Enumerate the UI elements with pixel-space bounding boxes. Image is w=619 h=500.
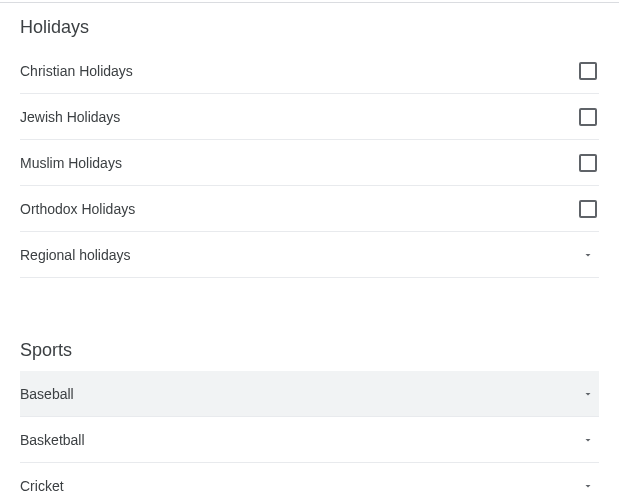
checkbox[interactable] [579, 108, 597, 126]
holiday-row-christian[interactable]: Christian Holidays [20, 48, 599, 94]
holidays-section: Holidays Christian Holidays Jewish Holid… [0, 3, 619, 278]
section-gap [0, 278, 619, 326]
holiday-label: Jewish Holidays [20, 109, 120, 125]
sport-row-cricket[interactable]: Cricket [20, 463, 599, 500]
sport-label: Cricket [20, 478, 64, 494]
sport-label: Basketball [20, 432, 85, 448]
sport-label: Baseball [20, 386, 74, 402]
holiday-label: Muslim Holidays [20, 155, 122, 171]
holiday-label: Regional holidays [20, 247, 131, 263]
holiday-row-muslim[interactable]: Muslim Holidays [20, 140, 599, 186]
holiday-label: Orthodox Holidays [20, 201, 135, 217]
sport-row-baseball[interactable]: Baseball [20, 371, 599, 417]
checkbox[interactable] [579, 200, 597, 218]
chevron-down-icon [579, 246, 597, 264]
holiday-label: Christian Holidays [20, 63, 133, 79]
chevron-down-icon [579, 431, 597, 449]
checkbox[interactable] [579, 154, 597, 172]
sport-row-basketball[interactable]: Basketball [20, 417, 599, 463]
holiday-row-jewish[interactable]: Jewish Holidays [20, 94, 599, 140]
chevron-down-icon [579, 477, 597, 495]
section-title-sports: Sports [20, 326, 599, 371]
chevron-down-icon [579, 385, 597, 403]
holiday-row-orthodox[interactable]: Orthodox Holidays [20, 186, 599, 232]
checkbox[interactable] [579, 62, 597, 80]
sports-section: Sports Baseball Basketball Cricket [0, 326, 619, 500]
holiday-row-regional[interactable]: Regional holidays [20, 232, 599, 278]
section-title-holidays: Holidays [20, 3, 599, 48]
